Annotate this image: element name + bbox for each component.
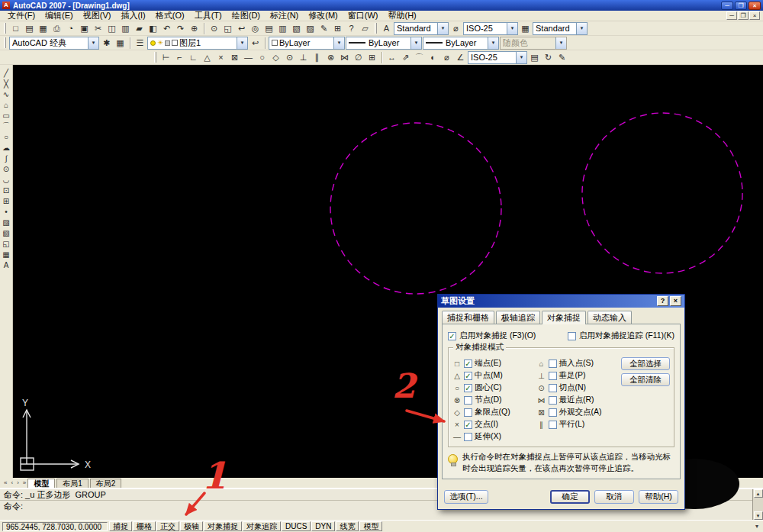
undo-icon[interactable]: ↶ — [160, 22, 173, 34]
scroll-down-icon[interactable]: ▼ — [754, 511, 763, 520]
coordinates-readout[interactable]: 965.2445, 728.7030, 0.0000 — [2, 522, 108, 531]
table-style-icon[interactable]: ▦ — [519, 22, 532, 34]
save-workspace-icon[interactable]: ▦ — [114, 37, 127, 49]
chevron-down-icon[interactable]: ▼ — [437, 23, 448, 34]
table-icon[interactable]: ▦ — [1, 249, 12, 260]
snap-apparent-icon[interactable]: ⊠ — [228, 51, 241, 63]
select-all-button[interactable]: 全部选择 — [621, 357, 670, 370]
snap-midpoint-icon[interactable]: △ — [201, 51, 214, 63]
tab-layout1[interactable]: 布局1 — [56, 479, 89, 488]
doc-restore-button[interactable]: ❐ — [738, 11, 749, 20]
menu-edit[interactable]: 编辑(E) — [40, 10, 78, 21]
help-button[interactable]: 帮助(H) — [639, 490, 678, 504]
dim-aligned-icon[interactable]: ⇗ — [399, 51, 412, 63]
status-polar-button[interactable]: 极轴 — [180, 521, 203, 531]
new-icon[interactable]: □ — [9, 22, 22, 34]
clear-all-button[interactable]: 全部清除 — [621, 373, 670, 386]
snap-node-icon[interactable]: ⊗ — [324, 51, 337, 63]
snap-from-icon[interactable]: ⌐ — [173, 51, 186, 63]
layer-previous-icon[interactable]: ↩ — [249, 37, 262, 49]
redo-icon[interactable]: ↷ — [174, 22, 187, 34]
polygon-icon[interactable]: ⌂ — [1, 99, 12, 110]
osnap-mode-checkbox[interactable] — [464, 421, 472, 429]
layer-combo[interactable]: ☀ 图层1 ▼ — [147, 37, 248, 50]
options-button[interactable]: 选项(T)... — [444, 490, 488, 504]
properties-icon[interactable]: ▤ — [262, 22, 275, 34]
toolbar-grip[interactable] — [375, 23, 377, 34]
menu-insert[interactable]: 插入(I) — [116, 10, 150, 21]
dim-style-combo[interactable]: ISO-25 ▼ — [463, 22, 518, 35]
snap-endpoint-icon[interactable]: ∟ — [187, 51, 200, 63]
dim-diameter-icon[interactable]: ⌀ — [440, 51, 453, 63]
status-model-button[interactable]: 模型 — [359, 521, 382, 531]
doc-minimize-button[interactable]: ─ — [726, 11, 737, 20]
dim-angular-icon[interactable]: ∠ — [454, 51, 467, 63]
zoom-window-icon[interactable]: ◱ — [221, 22, 234, 34]
osnap-mode-checkbox[interactable] — [464, 384, 472, 392]
construction-line-icon[interactable]: ╳ — [1, 78, 12, 89]
circle-icon[interactable]: ○ — [1, 131, 12, 142]
dim-edit-icon[interactable]: ✎ — [555, 51, 568, 63]
publish-icon[interactable]: ▣ — [78, 22, 91, 34]
menu-modify[interactable]: 修改(M) — [304, 10, 343, 21]
chevron-down-icon[interactable]: ▼ — [333, 37, 344, 49]
spline-icon[interactable]: ∫ — [1, 153, 12, 163]
osnap-mode-checkbox[interactable] — [464, 372, 472, 380]
zoom-realtime-icon[interactable]: ⊙ — [208, 22, 221, 34]
tab-polar-tracking[interactable]: 极轴追踪 — [496, 311, 540, 324]
status-dyn-button[interactable]: DYN — [311, 521, 335, 531]
menu-view[interactable]: 视图(V) — [79, 10, 116, 21]
help-icon[interactable]: ? — [345, 22, 358, 34]
osnap-mode-checkbox[interactable] — [464, 360, 472, 368]
text-style-icon[interactable]: A — [380, 22, 393, 34]
paste-icon[interactable]: ▥ — [119, 22, 132, 34]
menu-dimension[interactable]: 标注(N) — [266, 10, 303, 21]
enable-otrack-checkbox[interactable] — [568, 332, 576, 340]
toolbar-grip[interactable] — [4, 37, 6, 48]
zoom-previous-icon[interactable]: ↩ — [235, 22, 248, 34]
track-point-icon[interactable]: ⊢ — [159, 51, 172, 63]
snap-intersection-icon[interactable]: × — [214, 51, 227, 63]
osnap-mode-checkbox[interactable] — [464, 396, 472, 405]
minimize-button[interactable]: ─ — [721, 2, 733, 10]
status-snap-button[interactable]: 捕捉 — [109, 521, 132, 531]
region-icon[interactable]: ◱ — [1, 238, 12, 249]
toolbar-grip[interactable] — [154, 52, 156, 63]
dashed-circle-2[interactable] — [582, 113, 742, 273]
plot-preview-icon[interactable]: ◔ — [64, 22, 77, 34]
menu-format[interactable]: 格式(O) — [151, 10, 189, 21]
pan-icon[interactable]: ⊕ — [188, 22, 201, 34]
menu-draw[interactable]: 绘图(D) — [227, 10, 265, 21]
cancel-button[interactable]: 取消 — [594, 490, 634, 504]
match-properties-icon[interactable]: ▰ — [133, 22, 146, 34]
ellipse-arc-icon[interactable]: ◡ — [1, 174, 12, 185]
osnap-mode-checkbox[interactable] — [549, 396, 557, 405]
make-block-icon[interactable]: ⊞ — [1, 195, 12, 206]
osnap-settings-icon[interactable]: ⊞ — [365, 51, 378, 63]
dialog-close-button[interactable]: × — [670, 296, 681, 306]
tab-snap-and-grid[interactable]: 捕捉和栅格 — [442, 311, 494, 324]
tab-dynamic-input[interactable]: 动态输入 — [588, 311, 632, 324]
quickcalc-icon[interactable]: ⊞ — [331, 22, 344, 34]
snap-center-icon[interactable]: ○ — [256, 51, 269, 63]
line-icon[interactable]: ╱ — [1, 67, 12, 78]
menu-help[interactable]: 帮助(H) — [384, 10, 421, 21]
chevron-down-icon[interactable]: ▼ — [410, 37, 421, 49]
table-style-combo[interactable]: Standard ▼ — [533, 22, 588, 35]
dimension-style-combo[interactable]: ISO-25 ▼ — [468, 51, 527, 64]
menu-window[interactable]: 窗口(W) — [343, 10, 383, 21]
gear-icon[interactable]: ✱ — [100, 37, 113, 49]
last-tab-icon[interactable]: » — [21, 479, 27, 488]
scroll-up-icon[interactable]: ▲ — [754, 489, 763, 498]
snap-none-icon[interactable]: ∅ — [352, 51, 365, 63]
lineweight-combo[interactable]: ByLayer ▼ — [423, 37, 499, 50]
status-lwt-button[interactable]: 线宽 — [336, 521, 359, 531]
titlebar[interactable]: A AutoCAD 2007 - [Drawing1.dwg] ─❐× — [0, 0, 763, 11]
osnap-mode-checkbox[interactable] — [549, 360, 557, 368]
doc-close-button[interactable]: × — [749, 11, 760, 20]
hatch-icon[interactable]: ▨ — [1, 217, 12, 227]
status-grid-button[interactable]: 栅格 — [133, 521, 156, 531]
prev-tab-icon[interactable]: ‹ — [9, 479, 14, 488]
tool-palettes-icon[interactable]: ▧ — [290, 22, 303, 34]
gradient-icon[interactable]: ▧ — [1, 227, 12, 238]
